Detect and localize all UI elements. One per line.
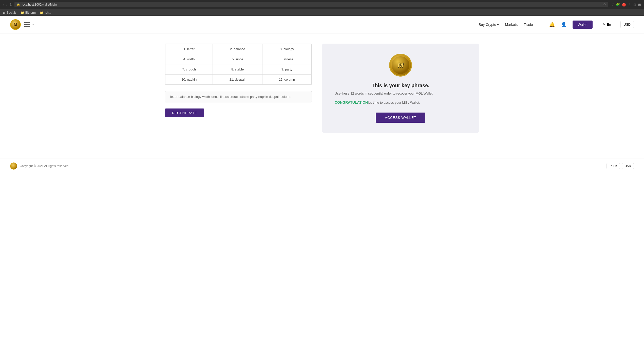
window-icon[interactable]: ⊡ bbox=[633, 3, 636, 7]
access-wallet-button[interactable]: ACCESS WALLET bbox=[376, 113, 425, 123]
folder-icon: 📁 bbox=[21, 11, 24, 14]
phrase-cell: 9. party bbox=[262, 64, 311, 75]
back-button[interactable]: ‹ bbox=[3, 3, 4, 7]
phrase-cell: 4. width bbox=[165, 54, 213, 64]
phrase-cell: 2. balance bbox=[213, 44, 262, 54]
extension-icon[interactable]: 🧩 bbox=[616, 3, 620, 7]
phrase-table: 1. letter2. balance3. biology4. width5. … bbox=[165, 44, 312, 85]
phrase-cell: 6. illness bbox=[262, 54, 311, 64]
grid-icon bbox=[24, 22, 30, 27]
footer-currency-button[interactable]: USD bbox=[622, 163, 634, 169]
footer-flag-icon: 🏳 bbox=[609, 164, 612, 168]
menu-icon[interactable]: ⋮ bbox=[628, 3, 631, 7]
right-panel: M This is your key phrase. Use these 12 … bbox=[322, 44, 479, 133]
congratulations-text: CONGRATULATION bbox=[335, 100, 368, 104]
key-phrase-title: This is your key phrase. bbox=[372, 83, 429, 88]
lock-icon: 🔒 bbox=[16, 3, 20, 6]
language-button[interactable]: 🏳 En bbox=[599, 21, 614, 28]
congratulations-sub: It's time to access your MGL Wallet. bbox=[368, 101, 420, 104]
buy-crypto-chevron-icon: ▾ bbox=[497, 23, 499, 27]
footer-logo: Copyright © 2021 All rights reserved. bbox=[10, 162, 69, 170]
phrase-cell: 3. biology bbox=[262, 44, 311, 54]
main-content: 1. letter2. balance3. biology4. width5. … bbox=[145, 33, 499, 143]
congratulations-line: CONGRATULATION It's time to access your … bbox=[335, 100, 466, 104]
phrase-cell: 10. napkin bbox=[165, 75, 213, 85]
bookmark-ishta[interactable]: 📁 Ishta bbox=[40, 11, 51, 14]
phrase-cell: 1. letter bbox=[165, 44, 213, 54]
user-account-button[interactable]: 👤 bbox=[561, 22, 566, 27]
notification-icon[interactable]: 🔴 bbox=[622, 3, 626, 7]
phrase-cell: 8. stable bbox=[213, 64, 262, 75]
bookmark-socials[interactable]: ⊞ Socials bbox=[3, 11, 16, 14]
footer: Copyright © 2021 All rights reserved. 🏳 … bbox=[0, 158, 644, 174]
left-panel: 1. letter2. balance3. biology4. width5. … bbox=[165, 44, 312, 133]
nav-markets[interactable]: Markets bbox=[505, 23, 518, 27]
bookmark-bitnorm[interactable]: 📁 Bitnorm bbox=[21, 11, 36, 14]
nav-trade[interactable]: Trade bbox=[524, 23, 533, 27]
url-text: localhost:3000/walletMain bbox=[22, 3, 56, 6]
logo-icon: M bbox=[10, 19, 21, 30]
regenerate-button[interactable]: REGENERATE bbox=[165, 108, 204, 117]
navbar-nav: Buy Crypto ▾ Markets Trade 🔔 👤 Wallet 🏳 … bbox=[479, 21, 634, 29]
phrase-cell: 5. since bbox=[213, 54, 262, 64]
notification-bell-button[interactable]: 🔔 bbox=[549, 22, 555, 27]
page: M ▾ Buy Crypto ▾ Markets Trade 🔔 👤 bbox=[0, 16, 644, 345]
address-bar[interactable]: 🔒 localhost:3000/walletMain ☆ bbox=[14, 2, 608, 7]
bookmark-icon: ☆ bbox=[603, 3, 606, 6]
bookmarks-bar: ⊞ Socials 📁 Bitnorm 📁 Ishta bbox=[0, 9, 644, 16]
flag-icon: 🏳 bbox=[602, 23, 605, 27]
browser-chrome: ‹ › ↻ 🔒 localhost:3000/walletMain ☆ ⤴ 🧩 … bbox=[0, 0, 644, 9]
navbar: M ▾ Buy Crypto ▾ Markets Trade 🔔 👤 bbox=[0, 16, 644, 33]
phrase-cell: 12. column bbox=[262, 75, 311, 85]
mgl-inner-logo: M bbox=[392, 56, 409, 74]
more-icon[interactable]: ⊞ bbox=[638, 3, 641, 7]
nav-buy-crypto[interactable]: Buy Crypto ▾ bbox=[479, 23, 499, 27]
forward-button[interactable]: › bbox=[6, 3, 8, 7]
key-phrase-desc: Use these 12 words in sequential order t… bbox=[335, 92, 466, 95]
copyright-text: Copyright © 2021 All rights reserved. bbox=[20, 164, 69, 168]
mgl-logo: M bbox=[389, 54, 412, 77]
folder-icon-2: 📁 bbox=[40, 11, 44, 14]
bookmark-socials-icon: ⊞ bbox=[3, 11, 6, 14]
wallet-button[interactable]: Wallet bbox=[573, 21, 592, 29]
reload-button[interactable]: ↻ bbox=[9, 3, 12, 7]
share-icon[interactable]: ⤴ bbox=[612, 3, 614, 7]
phrase-display: letter balance biology width since illne… bbox=[165, 91, 312, 102]
footer-language-button[interactable]: 🏳 En bbox=[607, 163, 620, 169]
footer-right: 🏳 En USD bbox=[607, 163, 634, 169]
currency-button[interactable]: USD bbox=[620, 21, 634, 28]
nav-divider bbox=[541, 21, 541, 28]
phrase-cell: 11. despair bbox=[213, 75, 262, 85]
footer-logo-icon bbox=[10, 162, 17, 170]
phrase-cell: 7. crouch bbox=[165, 64, 213, 75]
navbar-logo: M ▾ bbox=[10, 19, 34, 30]
browser-toolbar-right: ⤴ 🧩 🔴 ⋮ ⊡ ⊞ bbox=[612, 3, 641, 7]
chevron-down-icon: ▾ bbox=[32, 23, 34, 26]
